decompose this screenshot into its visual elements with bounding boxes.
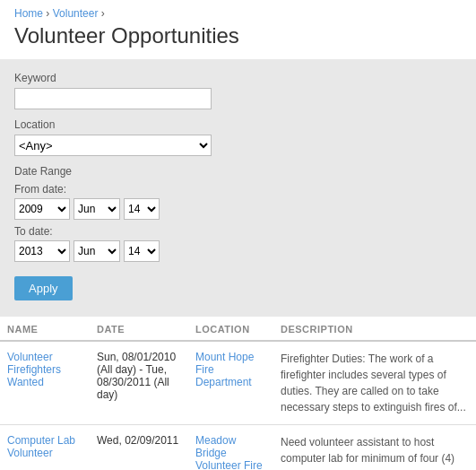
date-range-label: Date Range [14,165,462,178]
to-month-select[interactable]: Jan Feb Mar Apr May Jun Jul Aug Sep Oct … [74,240,120,262]
row2-description-text: Need volunteer assistant to host compute… [281,436,454,470]
breadcrumb-sep1: › [46,7,52,20]
col-header-description: DESCRIPTION [273,317,476,341]
col-header-location: LOCATION [188,317,273,341]
keyword-label: Keyword [14,72,462,84]
table-row: Computer Lab Volunteer Wed, 02/09/2011 M… [0,425,476,471]
location-label: Location [14,118,462,131]
row1-description: Firefighter Duties: The work of a firefi… [273,341,476,425]
location-group: Location <Any> [14,118,462,156]
row1-name-link[interactable]: Volunteer Firefighters Wanted [7,351,61,388]
page-title: Volunteer Opportunities [0,23,476,59]
table-row: Volunteer Firefighters Wanted Sun, 08/01… [0,341,476,425]
location-select[interactable]: <Any> [14,135,212,156]
col-header-name: NAME [0,317,90,341]
from-month-select[interactable]: Jan Feb Mar Apr May Jun Jul Aug Sep Oct … [74,198,120,220]
date-range-group: Date Range From date: 2009 2010 2011 201… [14,165,462,262]
breadcrumb-volunteer[interactable]: Volunteer [53,7,99,20]
filter-panel: Keyword Location <Any> Date Range From d… [0,59,476,317]
row2-description: Need volunteer assistant to host compute… [273,425,476,471]
to-date-label: To date: [14,225,462,238]
row1-date: Sun, 08/01/2010 (All day) - Tue, 08/30/2… [90,341,188,425]
breadcrumb: Home › Volunteer › [0,0,476,23]
from-date-label: From date: [14,183,462,196]
from-date-row: 2009 2010 2011 2012 2013 Jan Feb Mar Apr… [14,198,462,220]
row2-name-link[interactable]: Computer Lab Volunteer [7,434,75,459]
from-year-select[interactable]: 2009 2010 2011 2012 2013 [14,198,70,220]
table-header-row: NAME DATE LOCATION DESCRIPTION [0,317,476,341]
row2-location-link[interactable]: Meadow Bridge Volunteer Fire [195,434,263,470]
row2-name: Computer Lab Volunteer [0,425,90,471]
col-header-date: DATE [90,317,188,341]
keyword-input[interactable] [14,88,212,109]
breadcrumb-sep2: › [101,7,105,20]
from-day-select[interactable]: 1 7 14 14 [124,198,160,220]
row1-location: Mount Hope Fire Department [188,341,273,425]
breadcrumb-home[interactable]: Home [14,7,43,20]
row1-description-text: Firefighter Duties: The work of a firefi… [281,352,466,413]
to-date-row: 2009 2010 2011 2012 2013 Jan Feb Mar Apr… [14,240,462,262]
to-day-select[interactable]: 1 7 14 [124,240,160,262]
keyword-group: Keyword [14,72,462,109]
row1-name: Volunteer Firefighters Wanted [0,341,90,425]
apply-button[interactable]: Apply [14,276,73,300]
row2-location: Meadow Bridge Volunteer Fire [188,425,273,471]
row1-location-link[interactable]: Mount Hope Fire Department [195,351,254,388]
to-year-select[interactable]: 2009 2010 2011 2012 2013 [14,240,70,262]
row2-date: Wed, 02/09/2011 [90,425,188,471]
results-table: NAME DATE LOCATION DESCRIPTION Volunteer… [0,317,476,470]
